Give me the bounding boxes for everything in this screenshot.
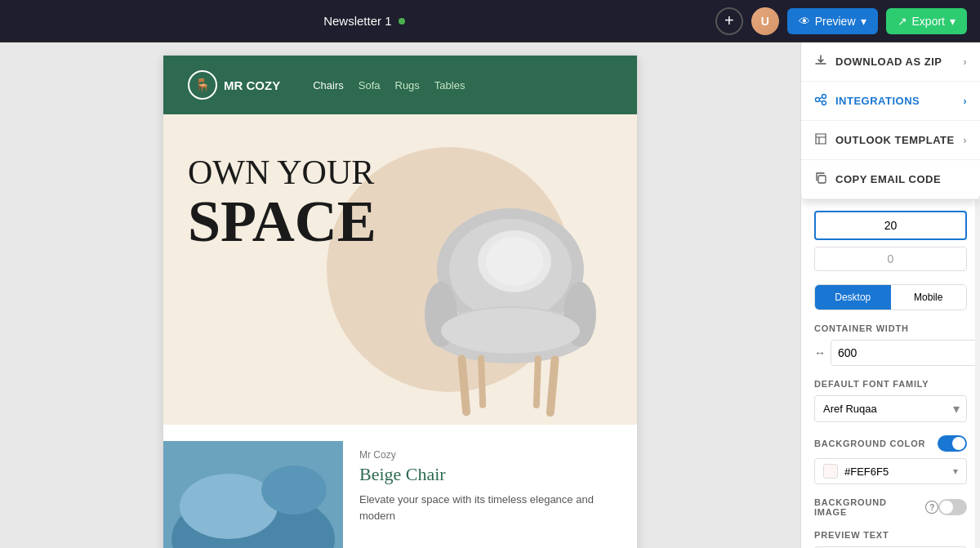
preview-label: Preview xyxy=(815,15,856,28)
product-section: Ocean Art Mr Cozy Beige Chair Elevate yo… xyxy=(163,425,637,548)
hero-line2: SPACE xyxy=(188,189,376,254)
resize-icon: ↔ xyxy=(814,346,826,359)
topbar-center: Newsletter 1 xyxy=(323,14,404,28)
dropdown-item-download-zip[interactable]: DOWNLOAD AS ZIP › xyxy=(801,42,980,82)
export-button[interactable]: ↗ Export ▾ xyxy=(886,8,967,34)
product-brand: Mr Cozy xyxy=(359,449,621,461)
view-tabs: Desktop Mobile xyxy=(814,284,967,310)
export-label: Export xyxy=(912,15,945,28)
logo-text: MR COZY xyxy=(224,78,280,92)
svg-point-6 xyxy=(441,308,580,354)
svg-rect-9 xyxy=(478,355,486,408)
font-family-label: DEFAULT FONT FAMILY xyxy=(814,379,967,389)
preview-text-row: PREVIEW TEXT xyxy=(814,530,967,548)
svg-point-18 xyxy=(816,98,820,102)
dropdown-item-label: COPY EMAIL CODE xyxy=(835,173,941,185)
padding-bottom-input[interactable] xyxy=(814,247,967,271)
dropdown-item-outlook-template[interactable]: OUTLOOK TEMPLATE › xyxy=(801,121,980,160)
avatar: U xyxy=(751,7,779,35)
hero-text: OWN YOUR SPACE xyxy=(188,155,376,254)
logo-icon: 🪑 xyxy=(188,70,217,100)
chevron-right-icon: › xyxy=(964,135,968,146)
nav-links: Chairs Sofa Rugs Tables xyxy=(313,79,465,91)
plus-icon: + xyxy=(724,11,734,30)
select-arrow-icon: ▾ xyxy=(947,401,966,417)
padding-top-input[interactable] xyxy=(814,211,967,240)
dropdown-item-copy-email-code[interactable]: COPY EMAIL CODE xyxy=(801,160,980,199)
topbar: Newsletter 1 + U 👁 Preview ▾ ↗ Export ▾ xyxy=(0,0,980,42)
preview-text-label: PREVIEW TEXT xyxy=(814,530,967,540)
dropdown-item-integrations[interactable]: INTEGRATIONS › xyxy=(801,82,980,121)
bg-image-label: BACKGROUND IMAGE xyxy=(814,497,919,517)
nav-sofa[interactable]: Sofa xyxy=(359,79,381,91)
dropdown-item-label: DOWNLOAD AS ZIP xyxy=(835,56,942,68)
logo-area: 🪑 MR COZY xyxy=(188,70,280,100)
bg-color-label: BACKGROUND COLOR xyxy=(814,439,925,448)
document-title: Newsletter 1 xyxy=(323,14,391,28)
svg-point-16 xyxy=(261,466,327,515)
color-picker-row[interactable]: #FEF6F5 ▾ xyxy=(814,458,967,484)
right-panel: DOWNLOAD AS ZIP › INTEGRATIONS › OUTLOOK… xyxy=(800,42,980,548)
export-chevron-icon: ▾ xyxy=(950,15,956,28)
svg-point-12 xyxy=(486,237,543,286)
dropdown-menu: DOWNLOAD AS ZIP › INTEGRATIONS › OUTLOOK… xyxy=(801,42,980,199)
product-info: Mr Cozy Beige Chair Elevate your space w… xyxy=(343,441,637,548)
chair-illustration xyxy=(408,188,612,425)
download-icon xyxy=(814,54,827,69)
email-preview: 🪑 MR COZY Chairs Sofa Rugs Tables OWN YO… xyxy=(163,56,637,548)
svg-rect-8 xyxy=(546,355,559,417)
nav-chairs[interactable]: Chairs xyxy=(313,79,344,91)
bg-color-row: BACKGROUND COLOR xyxy=(814,435,967,452)
chevron-right-icon: › xyxy=(964,96,968,107)
color-swatch xyxy=(823,464,838,479)
container-width-row: ↔ px xyxy=(814,340,967,366)
nav-rugs[interactable]: Rugs xyxy=(395,79,420,91)
nav-tables[interactable]: Tables xyxy=(434,79,466,91)
bg-image-toggle[interactable] xyxy=(938,499,967,515)
copy-icon xyxy=(814,172,827,187)
export-arrow-icon: ↗ xyxy=(898,15,907,28)
eye-icon: 👁 xyxy=(799,15,810,28)
svg-rect-10 xyxy=(533,355,541,408)
topbar-right: + U 👁 Preview ▾ ↗ Export ▾ xyxy=(715,7,967,35)
email-header: 🪑 MR COZY Chairs Sofa Rugs Tables xyxy=(163,56,637,114)
svg-rect-21 xyxy=(818,176,826,183)
canvas-area[interactable]: 🪑 MR COZY Chairs Sofa Rugs Tables OWN YO… xyxy=(0,42,800,548)
preview-chevron-icon: ▾ xyxy=(861,15,866,28)
color-dropdown-icon: ▾ xyxy=(953,466,958,477)
container-width-label: CONTAINER WIDTH xyxy=(814,323,967,333)
font-family-select[interactable]: Aref Ruqaa Arial Georgia Helvetica xyxy=(815,396,947,421)
dropdown-item-label: OUTLOOK TEMPLATE xyxy=(835,134,955,146)
product-image: Ocean Art xyxy=(163,441,343,548)
add-button[interactable]: + xyxy=(715,7,743,35)
panel-content: Desktop Mobile CONTAINER WIDTH ↔ px DEFA… xyxy=(801,198,980,548)
bg-color-toggle[interactable] xyxy=(938,435,967,452)
product-description: Elevate your space with its timeless ele… xyxy=(359,492,621,523)
svg-point-20 xyxy=(822,101,826,105)
status-dot xyxy=(399,18,405,25)
hero-section: OWN YOUR SPACE xyxy=(163,114,637,425)
help-icon[interactable]: ? xyxy=(925,501,938,514)
main-area: 🪑 MR COZY Chairs Sofa Rugs Tables OWN YO… xyxy=(0,42,980,548)
mobile-tab[interactable]: Mobile xyxy=(891,285,967,310)
preview-button[interactable]: 👁 Preview ▾ xyxy=(787,8,878,34)
outlook-icon xyxy=(814,132,827,148)
dropdown-item-label: INTEGRATIONS xyxy=(835,95,920,107)
svg-rect-7 xyxy=(457,354,470,417)
chevron-right-icon: › xyxy=(964,56,968,68)
hero-line1: OWN YOUR xyxy=(188,155,376,189)
desktop-tab[interactable]: Desktop xyxy=(815,285,891,310)
container-width-input[interactable] xyxy=(831,340,980,366)
font-select-row: Aref Ruqaa Arial Georgia Helvetica ▾ xyxy=(814,395,967,422)
color-value: #FEF6F5 xyxy=(844,466,947,478)
svg-point-19 xyxy=(822,95,826,99)
bg-image-row: BACKGROUND IMAGE ? xyxy=(814,497,967,517)
product-name: Beige Chair xyxy=(359,464,621,485)
integrations-icon xyxy=(814,93,827,109)
